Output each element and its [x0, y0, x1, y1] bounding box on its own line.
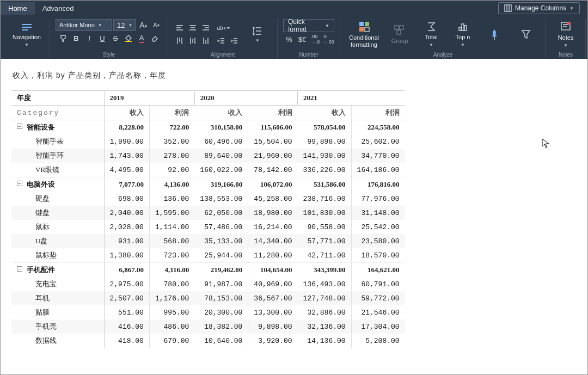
top-n-button[interactable]: Top n▼ [449, 20, 477, 48]
fill-color-button[interactable] [122, 32, 134, 44]
cell[interactable]: 45,258.00 [248, 192, 298, 206]
cell[interactable]: 176,816.00 [351, 177, 405, 192]
cell[interactable]: 3,920.00 [248, 334, 298, 348]
cell[interactable]: 59,772.00 [351, 291, 405, 305]
item-row[interactable]: 智能手表 [11, 134, 104, 149]
cell[interactable]: 1,743.00 [104, 149, 149, 163]
decrease-font-button[interactable]: A▾ [150, 19, 162, 31]
cell[interactable]: 136.00 [149, 192, 194, 206]
cell[interactable]: 1,114.00 [149, 220, 194, 234]
cell[interactable]: 13,300.00 [248, 305, 298, 319]
cell[interactable]: 18,570.00 [351, 248, 405, 263]
cell[interactable]: 77,976.00 [351, 192, 405, 206]
cell[interactable]: 2,975.00 [104, 277, 149, 291]
conditional-formatting-button[interactable]: Conditional formatting [346, 20, 382, 48]
cell[interactable]: 10,640.00 [194, 334, 248, 348]
font-family-dropdown[interactable]: Antikor Mono ▼ [56, 19, 112, 31]
cell[interactable]: 486.00 [149, 319, 194, 334]
cell[interactable]: 78,142.00 [248, 163, 298, 177]
cell[interactable]: 11,280.00 [248, 248, 298, 263]
cell[interactable]: 336,226.00 [298, 163, 352, 177]
cell[interactable]: 60,496.00 [194, 134, 248, 149]
italic-button[interactable]: I [83, 32, 95, 44]
cell[interactable]: 18,980.00 [248, 206, 298, 220]
cell[interactable]: 17,304.00 [351, 319, 405, 334]
cell[interactable]: 2,040.00 [104, 206, 149, 220]
cell[interactable]: 141,930.00 [298, 149, 352, 163]
cell[interactable]: 698.00 [104, 192, 149, 206]
increase-font-button[interactable]: A▴ [137, 19, 149, 31]
align-top-button[interactable] [174, 35, 186, 47]
cell[interactable]: 99,898.00 [298, 134, 352, 149]
item-row[interactable]: 智能手环 [11, 149, 104, 163]
year-header[interactable]: 2020 [194, 91, 297, 106]
cell[interactable]: 20,300.00 [194, 305, 248, 319]
cell[interactable]: 92.00 [149, 163, 194, 177]
align-middle-button[interactable] [187, 35, 199, 47]
cell[interactable]: 2,507.00 [104, 291, 149, 305]
navigation-button[interactable]: Navigation ▼ [9, 20, 44, 48]
cell[interactable]: 238,716.00 [298, 192, 352, 206]
item-row[interactable]: 充电宝 [11, 277, 104, 291]
cell[interactable]: 106,072.00 [248, 177, 298, 192]
cell[interactable]: 219,462.00 [194, 263, 248, 278]
cell[interactable]: 531,586.00 [298, 177, 352, 192]
font-size-dropdown[interactable]: 12 ▼ [113, 19, 136, 31]
cell[interactable]: 25,944.00 [194, 248, 248, 263]
underline-button[interactable]: U [96, 32, 108, 44]
item-row[interactable]: 鼠标 [11, 220, 104, 234]
item-row[interactable]: 数据线 [11, 334, 104, 348]
clear-format-button[interactable] [149, 32, 161, 44]
year-header[interactable]: 2021 [298, 91, 405, 106]
strikethrough-button[interactable]: S [109, 32, 121, 44]
cell[interactable]: 31,148.00 [351, 206, 405, 220]
total-button[interactable]: Total▼ [417, 20, 445, 48]
item-row[interactable]: 键盘 [11, 206, 104, 220]
cell[interactable]: 32,886.00 [298, 305, 352, 319]
cell[interactable]: 4,116.00 [149, 263, 194, 278]
cell[interactable]: 9,898.00 [248, 319, 298, 334]
cell[interactable]: 25,542.00 [351, 220, 405, 234]
cell[interactable]: 931.00 [104, 234, 149, 248]
cell[interactable]: 14,136.00 [298, 334, 352, 348]
align-bottom-button[interactable] [200, 35, 212, 47]
cell[interactable]: 418.00 [104, 334, 149, 348]
currency-button[interactable]: $€ [296, 33, 308, 45]
item-row[interactable]: U盘 [11, 234, 104, 248]
cell[interactable]: 23,580.00 [351, 234, 405, 248]
cell[interactable]: 42,711.00 [298, 248, 352, 263]
cell[interactable]: 91,987.00 [194, 277, 248, 291]
cell[interactable]: 21,546.00 [351, 305, 405, 319]
cell[interactable]: 6,867.00 [104, 263, 149, 278]
cell[interactable]: 78,153.00 [194, 291, 248, 305]
cell[interactable]: 1,990.00 [104, 134, 149, 149]
cell[interactable]: 160,022.00 [194, 163, 248, 177]
cell[interactable]: 89,640.00 [194, 149, 248, 163]
item-row[interactable]: 贴膜 [11, 305, 104, 319]
cell[interactable]: 115,606.00 [248, 120, 298, 135]
cell[interactable]: 32,136.00 [298, 319, 352, 334]
cell[interactable]: 57,771.00 [298, 234, 352, 248]
cell[interactable]: 568.00 [149, 234, 194, 248]
category-row[interactable]: 手机配件 [11, 263, 104, 278]
pivot-table[interactable]: 年度201920202021Category收入利润收入利润收入利润智能设备8,… [11, 90, 405, 348]
cell[interactable]: 679.00 [149, 334, 194, 348]
cell[interactable]: 4,495.00 [104, 163, 149, 177]
cell[interactable]: 138,553.00 [194, 192, 248, 206]
cell[interactable]: 16,214.00 [248, 220, 298, 234]
cell[interactable]: 25,602.00 [351, 134, 405, 149]
cell[interactable]: 104,654.00 [248, 263, 298, 278]
cell[interactable]: 14,340.00 [248, 234, 298, 248]
category-row[interactable]: 电脑外设 [11, 177, 104, 192]
tab-advanced[interactable]: Advanced [35, 2, 82, 15]
cell[interactable]: 310,158.00 [194, 120, 248, 135]
cell[interactable]: 40,969.00 [248, 277, 298, 291]
cell[interactable]: 21,960.00 [248, 149, 298, 163]
item-row[interactable]: VR眼镜 [11, 163, 104, 177]
item-row[interactable]: 耳机 [11, 291, 104, 305]
line-spacing-button[interactable]: ▼ [243, 24, 272, 44]
cell[interactable]: 723.00 [149, 248, 194, 263]
cell[interactable]: 551.00 [104, 305, 149, 319]
cell[interactable]: 57,486.00 [194, 220, 248, 234]
cell[interactable]: 62,050.00 [194, 206, 248, 220]
